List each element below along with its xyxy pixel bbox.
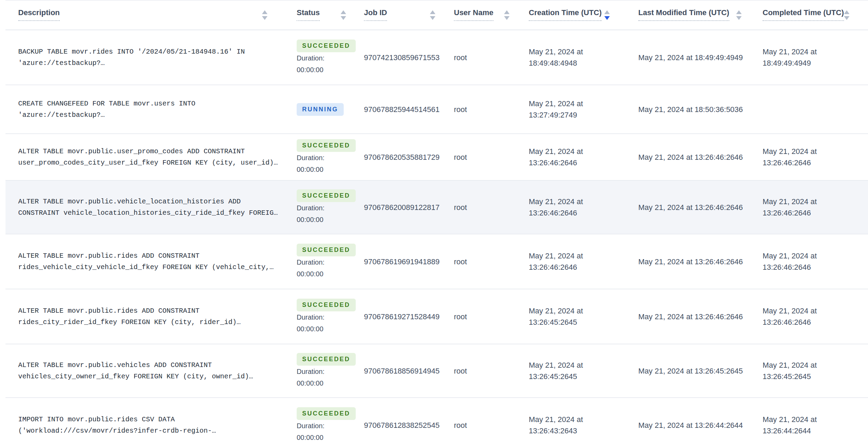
column-header-label: User Name xyxy=(454,8,493,21)
job-id-cell: 970678612838252545 xyxy=(361,398,450,444)
column-header-label: Description xyxy=(18,8,60,21)
status-badge: SUCCEEDED xyxy=(297,407,356,420)
user-name-cell: root xyxy=(450,289,525,344)
status-cell: SUCCEEDED Duration: 00:00:00 xyxy=(293,234,361,289)
completed-time: May 21, 2024 at 13:26:45:2645 xyxy=(763,359,858,382)
duration-label: Duration: xyxy=(297,202,361,214)
creation-time: May 21, 2024 at 13:26:43:2643 xyxy=(529,414,625,436)
status-badge: SUCCEEDED xyxy=(297,189,356,202)
job-id: 970742130859671553 xyxy=(364,52,450,63)
sort-arrows-icon[interactable] xyxy=(262,10,267,20)
duration-value: 00:00:00 xyxy=(297,268,361,280)
creation-time-cell: May 21, 2024 at 13:26:45:2645 xyxy=(525,344,635,397)
job-id-cell: 970678618856914945 xyxy=(361,344,450,397)
last-modified-time-cell: May 21, 2024 at 13:26:46:2646 xyxy=(635,234,760,289)
description-cell: ALTER TABLE movr.public.vehicles ADD CON… xyxy=(5,344,293,397)
column-header-status[interactable]: Status xyxy=(293,1,361,30)
description-cell: ALTER TABLE movr.public.rides ADD CONSTR… xyxy=(5,234,293,289)
job-description-link[interactable]: IMPORT INTO movr.public.rides CSV DATA (… xyxy=(18,414,283,436)
creation-time-cell: May 21, 2024 at 13:26:46:2646 xyxy=(525,234,635,289)
last-modified-time: May 21, 2024 at 18:49:49:4949 xyxy=(638,52,757,63)
duration-label: Duration: xyxy=(297,311,361,323)
job-id-cell: 970678619271528449 xyxy=(361,289,450,344)
table-row: BACKUP TABLE movr.rides INTO '/2024/05/2… xyxy=(5,30,868,85)
duration-value: 00:00:00 xyxy=(297,323,361,335)
duration-label: Duration: xyxy=(297,420,361,432)
completed-time-cell: May 21, 2024 at 13:26:44:2644 xyxy=(760,398,868,444)
description-cell: ALTER TABLE movr.public.vehicle_location… xyxy=(5,181,293,234)
column-header-creation-time[interactable]: Creation Time (UTC) xyxy=(525,1,635,30)
status-cell: SUCCEEDED Duration: 00:00:00 xyxy=(293,398,361,444)
completed-time-cell: May 21, 2024 at 13:26:46:2646 xyxy=(760,181,868,234)
status-cell: RUNNING xyxy=(293,85,361,133)
last-modified-time: May 21, 2024 at 18:50:36:5036 xyxy=(638,104,757,115)
job-description-link[interactable]: ALTER TABLE movr.public.vehicle_location… xyxy=(18,196,283,219)
description-cell: BACKUP TABLE movr.rides INTO '/2024/05/2… xyxy=(5,30,293,85)
creation-time: May 21, 2024 at 18:49:48:4948 xyxy=(529,46,625,69)
table-row: ALTER TABLE movr.public.user_promo_codes… xyxy=(5,134,868,181)
column-header-description[interactable]: Description xyxy=(5,1,293,30)
sort-arrows-icon[interactable] xyxy=(844,10,849,20)
duration-value: 00:00:00 xyxy=(297,214,361,225)
duration-label: Duration: xyxy=(297,256,361,268)
last-modified-time-cell: May 21, 2024 at 13:26:46:2646 xyxy=(635,134,760,180)
job-description-link[interactable]: ALTER TABLE movr.public.rides ADD CONSTR… xyxy=(18,250,283,273)
completed-time: May 21, 2024 at 13:26:46:2646 xyxy=(763,146,858,168)
sort-arrows-icon[interactable] xyxy=(430,10,435,20)
creation-time: May 21, 2024 at 13:27:49:2749 xyxy=(529,98,625,121)
job-id-cell: 970678825944514561 xyxy=(361,85,450,133)
duration-value: 00:00:00 xyxy=(297,432,361,443)
column-header-label: Completed Time (UTC) xyxy=(763,8,844,21)
user-name-cell: root xyxy=(450,181,525,234)
creation-time: May 21, 2024 at 13:26:46:2646 xyxy=(529,250,625,273)
table-row: ALTER TABLE movr.public.rides ADD CONSTR… xyxy=(5,234,868,289)
job-description-link[interactable]: BACKUP TABLE movr.rides INTO '/2024/05/2… xyxy=(18,46,283,69)
table-row: ALTER TABLE movr.public.rides ADD CONSTR… xyxy=(5,289,868,344)
job-description-link[interactable]: ALTER TABLE movr.public.rides ADD CONSTR… xyxy=(18,305,283,328)
status-badge: SUCCEEDED xyxy=(297,299,356,311)
user-name: root xyxy=(454,202,525,213)
sort-arrows-icon[interactable] xyxy=(341,10,346,20)
user-name: root xyxy=(454,52,525,63)
table-header-row: Description Status Job ID User Name Crea… xyxy=(5,1,868,30)
status-badge: SUCCEEDED xyxy=(297,139,356,152)
last-modified-time: May 21, 2024 at 13:26:44:2644 xyxy=(638,420,757,431)
status-cell: SUCCEEDED Duration: 00:00:00 xyxy=(293,134,361,180)
creation-time-cell: May 21, 2024 at 18:49:48:4948 xyxy=(525,30,635,85)
description-cell: ALTER TABLE movr.public.user_promo_codes… xyxy=(5,134,293,180)
status-badge: SUCCEEDED xyxy=(297,353,356,366)
job-description-link[interactable]: CREATE CHANGEFEED FOR TABLE movr.users I… xyxy=(18,98,283,121)
jobs-page: Description Status Job ID User Name Crea… xyxy=(0,0,868,444)
completed-time-cell: May 21, 2024 at 13:26:46:2646 xyxy=(760,289,868,344)
last-modified-time: May 21, 2024 at 13:26:46:2646 xyxy=(638,152,757,163)
completed-time: May 21, 2024 at 13:26:44:2644 xyxy=(763,414,858,436)
job-id: 970678619271528449 xyxy=(364,311,450,322)
column-header-label: Creation Time (UTC) xyxy=(529,8,602,21)
column-header-user-name[interactable]: User Name xyxy=(450,1,525,30)
duration-value: 00:00:00 xyxy=(297,377,361,389)
job-id-cell: 970678620089122817 xyxy=(361,181,450,234)
user-name: root xyxy=(454,256,525,267)
column-header-label: Job ID xyxy=(364,8,387,21)
job-description-link[interactable]: ALTER TABLE movr.public.vehicles ADD CON… xyxy=(18,359,283,382)
job-description-link[interactable]: ALTER TABLE movr.public.user_promo_codes… xyxy=(18,146,283,168)
status-cell: SUCCEEDED Duration: 00:00:00 xyxy=(293,30,361,85)
column-header-completed-time[interactable]: Completed Time (UTC) xyxy=(760,1,868,30)
sort-arrows-icon[interactable] xyxy=(504,10,510,20)
duration-label: Duration: xyxy=(297,52,361,64)
table-row: ALTER TABLE movr.public.vehicle_location… xyxy=(5,181,868,234)
user-name: root xyxy=(454,104,525,115)
duration-value: 00:00:00 xyxy=(297,164,361,175)
sort-arrows-icon[interactable] xyxy=(736,10,742,20)
status-badge: SUCCEEDED xyxy=(297,40,356,52)
last-modified-time-cell: May 21, 2024 at 18:50:36:5036 xyxy=(635,85,760,133)
column-header-last-modified-time[interactable]: Last Modified Time (UTC) xyxy=(635,1,760,30)
completed-time: May 21, 2024 at 13:26:46:2646 xyxy=(763,305,858,328)
completed-time-cell: May 21, 2024 at 13:26:46:2646 xyxy=(760,234,868,289)
last-modified-time-cell: May 21, 2024 at 13:26:46:2646 xyxy=(635,181,760,234)
last-modified-time: May 21, 2024 at 13:26:46:2646 xyxy=(638,311,757,322)
column-header-job-id[interactable]: Job ID xyxy=(361,1,450,30)
creation-time-cell: May 21, 2024 at 13:26:43:2643 xyxy=(525,398,635,444)
sort-arrows-icon[interactable] xyxy=(604,10,610,20)
duration-value: 00:00:00 xyxy=(297,64,361,76)
